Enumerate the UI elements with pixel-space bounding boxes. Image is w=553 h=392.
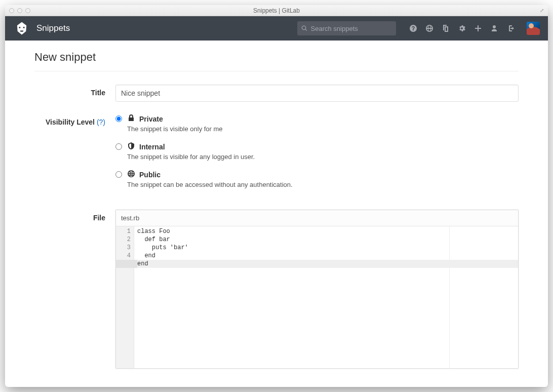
signout-icon[interactable] [506, 24, 515, 32]
code-editor[interactable]: 12345 class Foo def bar puts 'bar' enden… [116, 226, 518, 368]
title-input[interactable] [115, 85, 519, 102]
internal-icon [127, 142, 135, 151]
visibility-radio-private[interactable] [115, 115, 122, 122]
code-line[interactable]: puts 'bar' [137, 244, 518, 252]
search-icon [301, 25, 308, 32]
code-line[interactable]: end [137, 260, 518, 268]
visibility-radio-public[interactable] [115, 171, 122, 178]
avatar[interactable] [527, 22, 540, 35]
code-line[interactable]: end [137, 252, 518, 260]
filename-input[interactable] [116, 210, 518, 226]
help-icon[interactable] [409, 24, 417, 32]
visibility-option-internal[interactable]: InternalThe snippet is visible for any l… [115, 142, 519, 161]
window-title: Snippets | GitLab [5, 7, 548, 14]
user-icon[interactable] [490, 24, 498, 32]
plus-icon[interactable] [474, 24, 482, 32]
public-icon [127, 170, 135, 179]
gitlab-logo[interactable] [13, 20, 30, 37]
visibility-label-internal: Internal [139, 143, 165, 151]
visibility-desc-private: The snippet is visible only for me [127, 125, 519, 133]
settings-icon[interactable] [458, 24, 466, 32]
navbar: Snippets [5, 16, 548, 41]
search-input[interactable] [311, 25, 392, 32]
visibility-radio-internal[interactable] [115, 143, 122, 150]
page-heading: New snippet [34, 51, 519, 71]
visibility-label-public: Public [139, 171, 161, 179]
visibility-desc-internal: The snippet is visible for any logged in… [127, 153, 519, 161]
globe-icon[interactable] [425, 24, 433, 32]
editor-ruler [449, 226, 450, 368]
visibility-option-public[interactable]: PublicThe snippet can be accessed withou… [115, 170, 519, 188]
search-box[interactable] [297, 21, 396, 35]
code-line[interactable]: class Foo [137, 227, 518, 236]
code-line[interactable]: def bar [137, 236, 518, 244]
visibility-label: Visibility Level [46, 118, 95, 126]
page-context-title[interactable]: Snippets [36, 23, 70, 33]
visibility-label-private: Private [139, 115, 163, 123]
visibility-option-private[interactable]: PrivateThe snippet is visible only for m… [115, 114, 519, 133]
visibility-desc-public: The snippet can be accessed without any … [127, 181, 519, 188]
file-label: File [34, 210, 115, 369]
private-icon [127, 114, 135, 124]
window-titlebar: Snippets | GitLab ⤢ [5, 5, 548, 16]
title-label: Title [34, 85, 115, 102]
copy-icon[interactable] [442, 24, 450, 32]
visibility-help-link[interactable]: (?) [97, 118, 105, 126]
